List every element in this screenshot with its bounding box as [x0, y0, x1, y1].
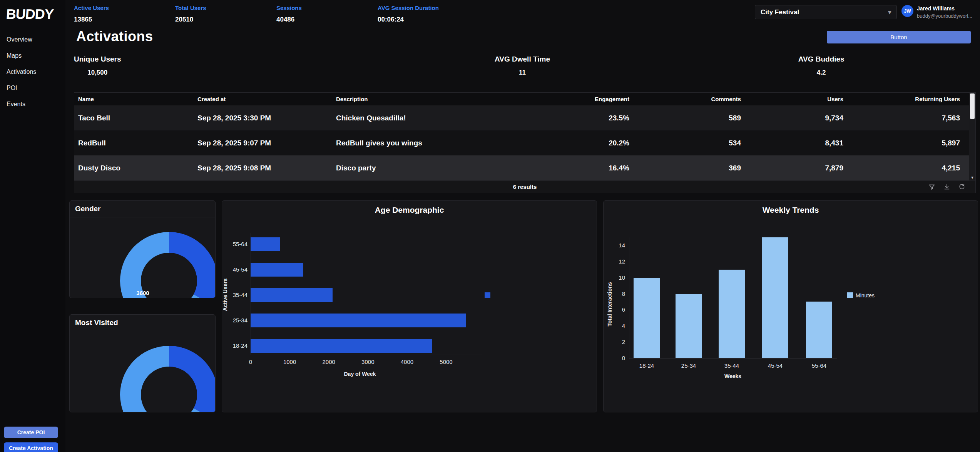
legend-swatch: [485, 292, 490, 298]
create-poi-button[interactable]: Create POI: [4, 427, 58, 438]
donut-segment-segment-dark: [169, 346, 215, 412]
action-button[interactable]: Button: [827, 31, 971, 43]
refresh-icon[interactable]: [958, 183, 965, 190]
table-scrollbar[interactable]: ▾: [969, 93, 975, 180]
activations-table: Name Created at Description Engagement C…: [74, 92, 976, 193]
column-header-description[interactable]: Description: [332, 96, 548, 102]
weekly-trends-panel: Weekly Trends 0246810121418-2425-3435-44…: [603, 200, 978, 412]
most-visited-donut-chart: [70, 331, 215, 412]
stat-sessions: Sessions 40486: [276, 5, 378, 23]
kpi-label: AVG Buddies: [798, 55, 845, 63]
create-activation-button[interactable]: Create Activation: [4, 442, 58, 452]
gender-panel: Gender 3600: [69, 200, 216, 298]
table-footer-icons: [928, 181, 965, 193]
user-info: Jared Williams buddy@yourbuddyworl...: [917, 5, 972, 19]
stat-label: Active Users: [74, 5, 175, 11]
stat-label: Sessions: [276, 5, 378, 11]
cell-created-at: Sep 28, 2025 9:07 PM: [194, 139, 332, 147]
sidebar-item-events[interactable]: Events: [0, 96, 65, 112]
sidebar-nav: Overview Maps Activations POI Events: [0, 32, 65, 112]
stat-value: 13865: [74, 16, 175, 23]
age-demographic-title: Age Demographic: [222, 201, 597, 215]
column-header-name[interactable]: Name: [74, 96, 194, 102]
cell-name: RedBull: [74, 139, 194, 147]
sidebar-item-overview[interactable]: Overview: [0, 32, 65, 48]
legend-label: Minutes: [856, 292, 875, 299]
column-header-returning-users[interactable]: Returning Users: [845, 96, 962, 102]
donut-center-label: 3600: [127, 290, 158, 296]
kpi-cell: Unique Users 10,500: [74, 55, 373, 77]
age-demographic-panel: Age Demographic 55-6445-5435-4425-3418-2…: [222, 200, 597, 412]
cell-comments: 589: [631, 114, 743, 122]
cell-engagement: 16.4%: [548, 164, 631, 172]
header-stats: Active Users 13865 Total Users 20510 Ses…: [74, 5, 479, 23]
cell-description: Chicken Quesadilla!: [332, 114, 548, 122]
weekly-trends-title: Weekly Trends: [604, 201, 978, 215]
table-row[interactable]: Taco Bell Sep 28, 2025 3:30 PM Chicken Q…: [74, 105, 969, 130]
x-axis-line: [629, 358, 837, 359]
cell-created-at: Sep 28, 2025 3:30 PM: [194, 114, 332, 122]
cell-description: Disco party: [332, 164, 548, 172]
x-tick-label: 2000: [319, 359, 338, 365]
bar-18-24: [634, 278, 660, 358]
kpi-row: Unique Users 10,500 AVG Dwell Time 11 AV…: [74, 55, 971, 77]
download-icon[interactable]: [943, 183, 950, 190]
cell-users: 8,431: [743, 139, 845, 147]
legend-swatch: [847, 292, 853, 298]
most-visited-panel: Most Visited: [69, 314, 216, 412]
kpi-cell: AVG Buddies 4.2: [672, 55, 971, 77]
y-axis-label: Active Users: [222, 256, 228, 333]
filter-icon[interactable]: [928, 183, 935, 190]
gender-panel-title: Gender: [70, 201, 215, 217]
cell-returning-users: 5,897: [845, 139, 962, 147]
cell-comments: 534: [631, 139, 743, 147]
weekly-trends-chart: 0246810121418-2425-3435-4445-5455-64Week…: [604, 218, 978, 412]
sidebar-item-poi[interactable]: POI: [0, 80, 65, 96]
cell-name: Taco Bell: [74, 114, 194, 122]
scrollbar-thumb[interactable]: [970, 93, 975, 119]
column-header-users[interactable]: Users: [743, 96, 845, 102]
cell-users: 9,734: [743, 114, 845, 122]
event-selector-value: City Festival: [761, 8, 799, 16]
cell-users: 7,879: [743, 164, 845, 172]
kpi-unique-users: Unique Users 10,500: [74, 55, 121, 77]
kpi-value: 11: [519, 69, 526, 77]
stat-avg-session-duration: AVG Session Duration 00:06:24: [378, 5, 479, 23]
gender-donut-chart: 3600: [70, 217, 215, 298]
x-category-label: 55-64: [806, 362, 833, 369]
kpi-value: 10,500: [87, 69, 107, 77]
kpi-value: 4.2: [817, 69, 826, 77]
scroll-down-arrow-icon[interactable]: ▾: [969, 175, 975, 180]
table-row[interactable]: RedBull Sep 28, 2025 9:07 PM RedBull giv…: [74, 130, 969, 155]
y-category-label: 55-64: [222, 241, 248, 247]
kpi-cell: AVG Dwell Time 11: [373, 55, 672, 77]
donut-svg: [70, 217, 215, 298]
bar-25-34: [676, 294, 702, 358]
cell-comments: 369: [631, 164, 743, 172]
x-category-label: 35-44: [718, 362, 745, 369]
y-axis-line: [629, 237, 629, 358]
results-count: 6 results: [513, 183, 537, 190]
bar-45-54: [251, 263, 303, 277]
y-category-label: 18-24: [222, 342, 248, 349]
kpi-avg-buddies: AVG Buddies 4.2: [798, 55, 845, 77]
y-tick-label: 0: [607, 355, 625, 361]
column-header-created-at[interactable]: Created at: [194, 96, 332, 102]
table-row[interactable]: Dusty Disco Sep 28, 2025 9:08 PM Disco p…: [74, 155, 969, 180]
x-tick-label: 5000: [436, 359, 456, 365]
x-tick-label: 1000: [280, 359, 299, 365]
column-header-engagement[interactable]: Engagement: [548, 96, 631, 102]
chevron-down-icon: ▾: [888, 9, 891, 16]
sidebar-item-maps[interactable]: Maps: [0, 48, 65, 64]
cell-engagement: 23.5%: [548, 114, 631, 122]
column-header-comments[interactable]: Comments: [631, 96, 743, 102]
donut-segment-segment-dark: [169, 232, 215, 298]
x-tick-label: 0: [241, 359, 260, 365]
sidebar-item-activations[interactable]: Activations: [0, 64, 65, 80]
donut-svg: [70, 331, 215, 412]
y-tick-label: 14: [607, 242, 625, 249]
user-menu[interactable]: JW Jared Williams buddy@yourbuddyworl...: [901, 5, 978, 19]
cell-engagement: 20.2%: [548, 139, 631, 147]
bar-55-64: [251, 237, 280, 251]
event-selector-dropdown[interactable]: City Festival ▾: [755, 5, 897, 19]
